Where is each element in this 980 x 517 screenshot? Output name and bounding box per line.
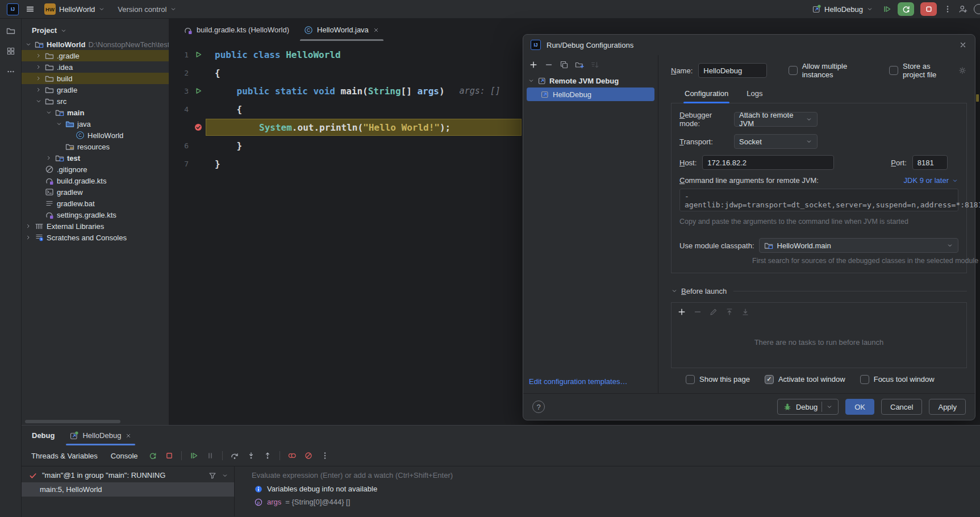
host-input[interactable]: 172.16.82.2 xyxy=(702,155,834,170)
tree-item-java[interactable]: java xyxy=(22,118,169,130)
close-icon[interactable] xyxy=(958,40,968,49)
breakpoint-verified-icon[interactable] xyxy=(194,123,203,132)
tree-item-src[interactable]: src xyxy=(22,95,169,107)
tree-item-helloworld[interactable]: HelloWorld D:\NonstopNewTech\test\Hel xyxy=(22,39,169,50)
option-activate-tool-window[interactable]: Activate tool window xyxy=(765,375,845,384)
chevron-right-icon[interactable] xyxy=(35,52,42,59)
rerun-debug-button[interactable] xyxy=(898,2,914,16)
stop-icon[interactable] xyxy=(165,451,174,460)
tree-item-external-libraries[interactable]: External Libraries xyxy=(22,220,169,232)
run-icon[interactable] xyxy=(194,86,203,95)
view-threads-variables[interactable]: Threads & Variables xyxy=(28,452,101,460)
tree-item-idea[interactable]: .idea xyxy=(22,61,169,73)
tree-item-settings-gradle-kts[interactable]: settings.gradle.kts xyxy=(22,209,169,220)
move-down-icon[interactable] xyxy=(741,307,750,316)
before-launch-section[interactable]: Before launch xyxy=(671,287,967,295)
cmdline-textarea[interactable]: -agentlib:jdwp=transport=dt_socket,serve… xyxy=(679,189,958,211)
option-focus-tool-window[interactable]: Focus tool window xyxy=(860,375,935,384)
code-with-me-icon[interactable] xyxy=(958,5,968,14)
resume-icon[interactable] xyxy=(189,451,198,460)
chevron-down-icon[interactable] xyxy=(222,472,228,479)
help-button[interactable]: ? xyxy=(532,401,545,413)
config-group-remote-jvm-debug[interactable]: Remote JVM Debug xyxy=(523,74,658,87)
evaluate-expression-input[interactable]: Evaluate expression (Enter) or add a wat… xyxy=(235,468,980,482)
tree-item-build[interactable]: build xyxy=(22,73,169,84)
filter-icon[interactable] xyxy=(208,471,217,480)
debug-button[interactable]: Debug xyxy=(777,399,839,415)
chevron-right-icon[interactable] xyxy=(35,75,42,82)
apply-button[interactable]: Apply xyxy=(929,399,966,415)
tree-item-gradle[interactable]: .gradle xyxy=(22,50,169,61)
tree-item-gradlew-bat[interactable]: gradlew.bat xyxy=(22,198,169,209)
chevron-down-icon[interactable] xyxy=(45,109,52,116)
option-show-this-page[interactable]: Show this page xyxy=(686,375,750,384)
main-menu-icon[interactable] xyxy=(26,5,35,14)
chevron-right-icon[interactable] xyxy=(45,155,52,161)
jdk-version-selector[interactable]: JDK 9 or later xyxy=(904,176,958,185)
project-panel-header[interactable]: Project xyxy=(22,19,169,39)
tab-logs[interactable]: Logs xyxy=(747,89,762,103)
transport-select[interactable]: Socket xyxy=(734,134,818,149)
step-out-icon[interactable] xyxy=(263,451,272,460)
allow-multiple-instances-checkbox[interactable]: Allow multiple instances xyxy=(789,62,868,79)
chevron-down-icon[interactable] xyxy=(826,403,833,410)
view-breakpoints-icon[interactable] xyxy=(287,451,297,460)
add-icon[interactable] xyxy=(529,60,538,69)
stop-button[interactable] xyxy=(920,2,937,16)
tree-item-test[interactable]: test xyxy=(22,152,169,164)
tree-item-helloworld[interactable]: CHelloWorld xyxy=(22,130,169,141)
debugger-mode-select[interactable]: Attach to remote JVM xyxy=(734,112,818,127)
chevron-right-icon[interactable] xyxy=(25,234,32,241)
chevron-right-icon[interactable] xyxy=(35,64,42,70)
resume-program-button[interactable] xyxy=(882,5,891,14)
pause-icon[interactable] xyxy=(206,451,215,460)
cancel-button[interactable]: Cancel xyxy=(881,399,922,415)
config-item-hellodebug[interactable]: HelloDebug xyxy=(527,87,654,101)
store-as-project-file-checkbox[interactable]: Store as project file xyxy=(889,62,967,79)
more-icon[interactable] xyxy=(320,451,330,460)
view-console[interactable]: Console xyxy=(108,452,141,460)
tree-item-resources[interactable]: resources xyxy=(22,141,169,152)
tree-item-build-gradle-kts[interactable]: build.gradle.kts xyxy=(22,175,169,186)
run-icon[interactable] xyxy=(194,50,203,59)
chevron-down-icon[interactable] xyxy=(35,98,42,105)
thread-row[interactable]: "main"@1 in group "main": RUNNING xyxy=(22,468,234,482)
gear-icon[interactable] xyxy=(958,66,967,75)
tree-item-scratches-and-consoles[interactable]: Scratches and Consoles xyxy=(22,232,169,243)
edit-templates-link[interactable]: Edit configuration templates… xyxy=(529,377,627,386)
chevron-down-icon[interactable] xyxy=(25,41,32,48)
close-icon[interactable] xyxy=(125,432,132,439)
horizontal-scrollbar[interactable] xyxy=(25,420,120,423)
module-classpath-select[interactable]: HelloWorld.main xyxy=(759,238,958,253)
vcs-widget[interactable]: Version control xyxy=(115,3,180,15)
editor-tab-helloworld-java[interactable]: CHelloWorld.java xyxy=(297,19,387,41)
new-folder-icon[interactable] xyxy=(575,60,584,69)
rerun-icon[interactable] xyxy=(148,451,157,460)
mute-breakpoints-icon[interactable] xyxy=(304,451,313,460)
dialog-header[interactable]: IJ Run/Debug Configurations xyxy=(523,35,975,55)
frame-row[interactable]: main:5, HelloWorld xyxy=(22,482,234,497)
run-config-selector[interactable]: HelloDebug xyxy=(809,3,876,15)
name-input[interactable]: HelloDebug xyxy=(698,63,766,78)
edit-icon[interactable] xyxy=(709,307,718,316)
tab-configuration[interactable]: Configuration xyxy=(685,89,728,103)
chevron-down-icon[interactable] xyxy=(528,77,535,84)
chevron-down-icon[interactable] xyxy=(671,287,678,294)
tree-item-main[interactable]: main xyxy=(22,107,169,118)
more-tool-windows-icon[interactable] xyxy=(6,67,15,76)
more-actions-icon[interactable] xyxy=(943,5,952,14)
project-widget[interactable]: HW HelloWorld xyxy=(41,2,108,16)
watch-args-row[interactable]: p args = {String[0]@444} [] xyxy=(235,495,980,508)
structure-tool-window-icon[interactable] xyxy=(6,47,15,56)
tree-item-gradle[interactable]: gradle xyxy=(22,84,169,95)
chevron-right-icon[interactable] xyxy=(25,223,32,230)
chevron-right-icon[interactable] xyxy=(35,86,42,93)
add-icon[interactable] xyxy=(677,307,686,316)
tab-hellodebug[interactable]: HelloDebug xyxy=(66,426,135,445)
step-into-icon[interactable] xyxy=(247,451,256,460)
clipped-settings-icon[interactable] xyxy=(974,4,980,14)
step-over-icon[interactable] xyxy=(230,451,239,460)
copy-icon[interactable] xyxy=(560,60,569,69)
close-icon[interactable] xyxy=(373,27,380,34)
remove-icon[interactable] xyxy=(693,307,702,316)
